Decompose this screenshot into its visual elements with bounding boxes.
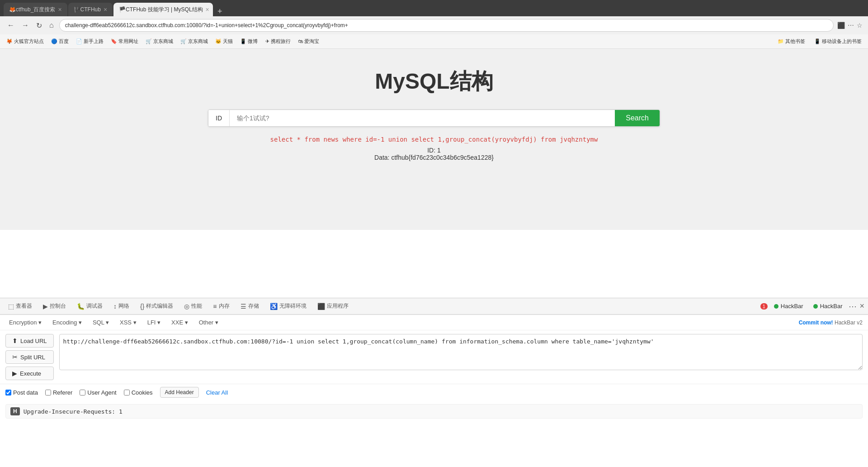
bookmark-mobile[interactable]: 📱 移动设备上的书签 <box>811 37 864 46</box>
bookmark-other[interactable]: 📁 其他书签 <box>775 37 808 46</box>
cookies-input[interactable] <box>124 390 130 396</box>
result-area: select * from news where id=-1 union sel… <box>270 136 598 161</box>
devtools-tab-inspector[interactable]: ⬚ 查看器 <box>4 300 37 312</box>
tab-3[interactable]: 🏴 CTFHub 技能学习 | MySQL结构 × <box>113 3 213 16</box>
tab-close-1[interactable]: × <box>58 6 61 13</box>
tab-close-3[interactable]: × <box>206 6 209 13</box>
bookmark-taobao[interactable]: 🛍 爱淘宝 <box>295 37 322 46</box>
add-header-button[interactable]: Add Header <box>160 387 199 398</box>
search-button[interactable]: Search <box>615 110 660 126</box>
devtools-tab-accessibility[interactable]: ♿ 无障碍环境 <box>265 300 311 312</box>
post-data-input[interactable] <box>5 390 11 396</box>
hackbar-options: Post data Referer User Agent Cookies Add… <box>0 384 868 400</box>
devtools-more-button[interactable]: ⋯ <box>849 301 857 311</box>
reload-button[interactable]: ↻ <box>34 19 44 32</box>
tab-label-2: CTFHub <box>80 6 101 13</box>
devtools-tab-style-editor[interactable]: {} 样式编辑器 <box>136 300 178 312</box>
hackbar-menu-encoding[interactable]: Encoding ▾ <box>49 318 85 327</box>
bookmark-weibo[interactable]: 📱 微博 <box>237 37 260 46</box>
split-url-icon: ✂ <box>12 353 18 361</box>
devtools-tab-storage[interactable]: ☰ 存储 <box>236 300 264 312</box>
execute-label: Execute <box>20 370 41 377</box>
hackbar-header-key: H <box>10 407 20 415</box>
tab-2[interactable]: 🏴 CTFHub × <box>68 3 113 16</box>
bookmark-newbie[interactable]: 📄 新手上路 <box>73 37 106 46</box>
devtools-close-button[interactable]: × <box>859 301 864 311</box>
tab-label-3: CTFHub 技能学习 | MySQL结构 <box>126 6 203 14</box>
devtools-tab-console[interactable]: ▶ 控制台 <box>38 300 71 312</box>
back-button[interactable]: ← <box>5 19 16 31</box>
bookmarks-bar: 🦊 火狐官方站点 🔵 百度 📄 新手上路 🔖 常用网址 🛒 京东商城 🛒 京东商… <box>0 34 868 49</box>
hackbar-buttons: ⬆ Load URL ✂ Split URL ▶ Execute <box>5 334 54 380</box>
more-button[interactable]: ⋯ <box>848 22 854 29</box>
page-content: MySQL结构 ID Search select * from news whe… <box>0 49 868 230</box>
hackbar-menu-lfi[interactable]: LFI ▾ <box>144 318 164 327</box>
address-icons: ⬛ ⋯ ☆ <box>837 22 863 29</box>
hackbar-headers: H Upgrade-Insecure-Requests: 1 <box>0 400 868 422</box>
tab-label-1: ctfhub_百度搜索 <box>16 6 55 14</box>
user-agent-label: User Agent <box>87 389 116 396</box>
referer-input[interactable] <box>45 390 51 396</box>
forward-button[interactable]: → <box>20 19 31 31</box>
hackbar-menu-other[interactable]: Other ▾ <box>195 318 222 327</box>
hackbar-menu-sql[interactable]: SQL ▾ <box>89 318 113 327</box>
split-url-button[interactable]: ✂ Split URL <box>5 350 54 364</box>
storage-icon: ☰ <box>241 303 246 310</box>
hackbar-header-row: H Upgrade-Insecure-Requests: 1 <box>5 404 863 419</box>
search-input[interactable] <box>230 110 615 126</box>
load-url-icon: ⬆ <box>12 337 18 344</box>
load-url-button[interactable]: ⬆ Load URL <box>5 334 54 348</box>
hackbar-tab-1-label: HackBar <box>781 303 803 310</box>
execute-button[interactable]: ▶ Execute <box>5 367 54 380</box>
tab-icon-1: 🦊 <box>9 6 16 13</box>
tab-icon-2: 🏴 <box>74 6 80 13</box>
extensions-button[interactable]: ⬛ <box>837 22 845 29</box>
hackbar-tab-1[interactable]: HackBar <box>770 301 807 311</box>
devtools-tab-application[interactable]: ⬛ 应用程序 <box>313 300 353 312</box>
hackbar-version: HackBar v2 <box>835 319 863 326</box>
bookmark-button[interactable]: ☆ <box>857 22 863 29</box>
tab-close-2[interactable]: × <box>104 6 107 13</box>
hackbar-commit-info: Commit now! HackBar v2 <box>799 319 863 326</box>
devtools: ⬚ 查看器 ▶ 控制台 🐛 调试器 ↕ 网络 {} 样式编辑器 ◎ 性能 ≡ 内… <box>0 298 868 422</box>
bookmark-jd2[interactable]: 🛒 京东商城 <box>178 37 211 46</box>
new-tab-button[interactable]: + <box>214 7 226 16</box>
hackbar: Encryption ▾ Encoding ▾ SQL ▾ XSS ▾ LFI … <box>0 315 868 422</box>
empty-space <box>0 230 868 298</box>
devtools-tab-style-editor-label: 样式编辑器 <box>146 302 173 310</box>
devtools-tab-memory[interactable]: ≡ 内存 <box>208 300 234 312</box>
devtools-tab-application-label: 应用程序 <box>327 302 349 310</box>
error-badge: 1 <box>760 303 768 310</box>
devtools-tab-debugger[interactable]: 🐛 调试器 <box>72 300 107 312</box>
split-url-label: Split URL <box>20 354 45 361</box>
style-editor-icon: {} <box>140 303 144 310</box>
hackbar-menu-xxe[interactable]: XXE ▾ <box>168 318 192 327</box>
user-agent-checkbox[interactable]: User Agent <box>80 389 116 396</box>
bookmark-firefox[interactable]: 🦊 火狐官方站点 <box>4 37 47 46</box>
bookmark-baidu[interactable]: 🔵 百度 <box>48 37 71 46</box>
devtools-tab-performance[interactable]: ◎ 性能 <box>179 300 207 312</box>
user-agent-input[interactable] <box>80 390 85 396</box>
bookmark-ctrip[interactable]: ✈ 携程旅行 <box>263 37 293 46</box>
clear-all-button[interactable]: Clear All <box>206 389 228 396</box>
devtools-tab-network[interactable]: ↕ 网络 <box>109 300 134 312</box>
cookies-checkbox[interactable]: Cookies <box>124 389 153 396</box>
hackbar-menu-xss[interactable]: XSS ▾ <box>116 318 140 327</box>
address-bar: ← → ↻ ⌂ ⬛ ⋯ ☆ <box>0 16 868 34</box>
bookmark-common[interactable]: 🔖 常用网址 <box>108 37 141 46</box>
hackbar-tab-2[interactable]: HackBar <box>810 301 846 311</box>
post-data-checkbox[interactable]: Post data <box>5 389 38 396</box>
hackbar-menu-encryption[interactable]: Encryption ▾ <box>5 318 45 327</box>
devtools-right: 1 HackBar HackBar ⋯ × <box>760 301 864 311</box>
search-box: ID Search <box>208 110 660 127</box>
referer-checkbox[interactable]: Referer <box>45 389 72 396</box>
address-input[interactable] <box>59 19 834 32</box>
execute-icon: ▶ <box>12 370 17 377</box>
tab-1[interactable]: 🦊 ctfhub_百度搜索 × <box>4 3 67 16</box>
bookmark-tmall[interactable]: 🐱 天猫 <box>212 37 236 46</box>
hackbar-url-input[interactable]: http://challenge-dff6eab52666612c.sandbo… <box>59 334 863 370</box>
bookmark-jd1[interactable]: 🛒 京东商城 <box>143 37 176 46</box>
hackbar-url-area: http://challenge-dff6eab52666612c.sandbo… <box>59 334 863 380</box>
network-icon: ↕ <box>113 303 117 310</box>
home-button[interactable]: ⌂ <box>47 19 56 31</box>
